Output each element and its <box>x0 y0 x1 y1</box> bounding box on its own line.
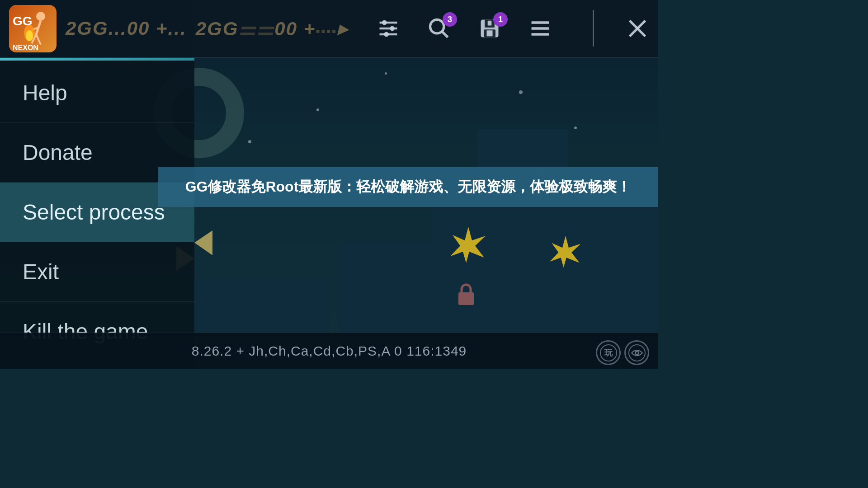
svg-rect-2 <box>458 292 474 305</box>
svg-rect-27 <box>488 21 492 26</box>
search-button[interactable]: 3 <box>427 17 451 40</box>
progress-bar <box>0 58 194 61</box>
svg-marker-1 <box>550 236 580 267</box>
menu-item-exit[interactable]: Exit <box>0 242 194 302</box>
save-badge: 1 <box>493 12 508 27</box>
watermark-w: 玩 <box>596 340 621 365</box>
header-title-text: 2GG⚌⚌00 +▪▪▪▪▸ <box>196 18 348 40</box>
header-divider <box>593 10 594 47</box>
watermark: 玩 <box>596 340 649 365</box>
filter-button[interactable] <box>377 17 400 40</box>
menu-item-help[interactable]: Help <box>0 63 194 123</box>
particle <box>248 140 251 143</box>
header-title: 2GG...00 +... <box>66 18 187 39</box>
close-button[interactable] <box>626 17 649 40</box>
particle <box>385 72 387 75</box>
platform <box>194 278 330 333</box>
status-text: 8.26.2 + Jh,Ch,Ca,Cd,Cb,PS,A 0 116:1349 <box>192 343 467 359</box>
explosion-decoration-2 <box>550 236 581 269</box>
svg-point-7 <box>36 12 45 21</box>
platform <box>477 129 568 333</box>
notification-text: GG修改器免Root最新版：轻松破解游戏、无限资源，体验极致畅爽！ <box>185 177 632 197</box>
svg-line-22 <box>443 32 448 38</box>
watermark-eye <box>624 340 649 365</box>
status-bar: 8.26.2 + Jh,Ch,Ca,Cd,Cb,PS,A 0 116:1349 … <box>0 333 658 369</box>
svg-marker-4 <box>194 230 212 255</box>
svg-text:玩: 玩 <box>604 348 613 357</box>
particle <box>574 127 577 129</box>
svg-point-21 <box>430 20 444 33</box>
app-logo[interactable]: GG NEXON <box>9 5 57 52</box>
svg-marker-0 <box>450 227 486 263</box>
explosion-decoration <box>450 227 486 265</box>
menu-button[interactable] <box>528 17 552 40</box>
svg-point-37 <box>636 352 638 354</box>
lock-icon-decoration <box>455 281 477 310</box>
svg-text:NEXON: NEXON <box>13 44 38 52</box>
left-arrow <box>194 230 212 257</box>
svg-rect-26 <box>487 30 493 36</box>
sidebar-menu: Help Donate Select process Exit Kill the… <box>0 63 194 369</box>
particle <box>316 108 319 111</box>
search-badge: 3 <box>443 12 457 27</box>
save-button[interactable]: 1 <box>478 17 501 40</box>
notification-banner: GG修改器免Root最新版：轻松破解游戏、无限资源，体验极致畅爽！ <box>158 167 658 207</box>
svg-point-20 <box>384 32 389 37</box>
particle <box>519 90 523 94</box>
header-icons: 3 1 <box>377 10 649 47</box>
svg-point-18 <box>382 20 387 25</box>
header: GG NEXON 2GG...00 +... 2GG⚌⚌00 +▪▪▪▪▸ <box>0 0 658 58</box>
svg-point-13 <box>26 30 33 41</box>
svg-point-19 <box>390 26 395 31</box>
